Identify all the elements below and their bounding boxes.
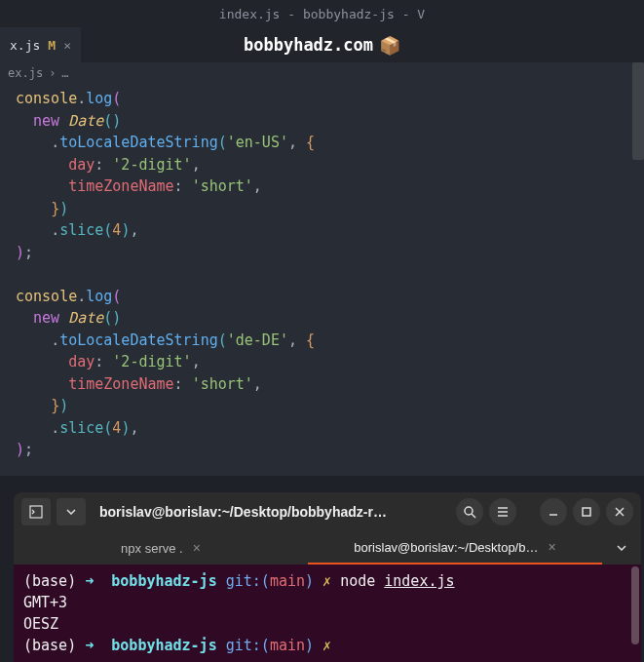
svg-rect-0	[30, 506, 42, 518]
window-title-bar: index.js - bobbyhadz-js - V	[0, 0, 644, 27]
close-icon[interactable]: ×	[63, 38, 71, 53]
new-tab-button[interactable]	[21, 498, 51, 526]
terminal-tab[interactable]: borislav@borislav:~/Desktop/b… ×	[308, 531, 602, 565]
tab-filename: x.js	[10, 38, 40, 53]
menu-button[interactable]	[489, 498, 516, 526]
watermark-text: bobbyhadz.com	[244, 35, 373, 55]
terminal-window: borislav@borislav:~/Desktop/bobbyhadz-r……	[14, 492, 641, 662]
dropdown-button[interactable]	[57, 498, 86, 526]
breadcrumb-file: ex.js	[8, 66, 43, 80]
terminal-header: borislav@borislav:~/Desktop/bobbyhadz-r…	[14, 492, 641, 531]
close-icon[interactable]: ×	[548, 539, 555, 555]
editor-tab[interactable]: x.js M ×	[0, 27, 81, 62]
editor-scrollbar[interactable]	[632, 62, 644, 160]
svg-rect-7	[583, 508, 590, 516]
terminal-icon	[29, 505, 43, 519]
editor-tabs-row: x.js M × bobbyhadz.com 📦	[0, 27, 644, 62]
svg-point-1	[465, 507, 473, 515]
svg-line-2	[472, 514, 475, 518]
hamburger-icon	[496, 505, 510, 519]
tab-modified-indicator: M	[48, 38, 56, 53]
close-button[interactable]	[606, 498, 633, 526]
terminal-body[interactable]: (base) ➜ bobbyhadz-js git:(main) ✗ node …	[14, 565, 641, 662]
terminal-title: borislav@borislav:~/Desktop/bobbyhadz-r…	[92, 504, 450, 520]
breadcrumb-more: …	[61, 66, 68, 80]
terminal-tab-label: borislav@borislav:~/Desktop/b…	[354, 540, 538, 555]
search-icon	[463, 505, 476, 519]
chevron-down-icon	[617, 545, 626, 551]
close-icon	[614, 506, 625, 518]
code-editor[interactable]: console.log( new Date() .toLocaleDateStr…	[0, 84, 644, 476]
window-title: index.js - bobbyhadz-js - V	[219, 7, 425, 21]
watermark: bobbyhadz.com 📦	[244, 35, 400, 56]
package-icon: 📦	[379, 35, 400, 56]
terminal-scrollbar[interactable]	[631, 566, 639, 644]
close-icon[interactable]: ×	[193, 540, 201, 556]
breadcrumb[interactable]: ex.js › …	[0, 62, 644, 84]
chevron-down-icon	[66, 509, 76, 515]
minimize-icon	[548, 506, 559, 518]
terminal-tabs: npx serve . × borislav@borislav:~/Deskto…	[14, 531, 641, 565]
minimize-button[interactable]	[540, 498, 567, 526]
maximize-icon	[581, 506, 592, 518]
terminal-tab-dropdown[interactable]	[602, 531, 641, 565]
maximize-button[interactable]	[573, 498, 600, 526]
search-button[interactable]	[456, 498, 483, 526]
terminal-tab-label: npx serve .	[121, 541, 183, 556]
chevron-right-icon: ›	[49, 66, 56, 80]
terminal-tab[interactable]: npx serve . ×	[14, 531, 308, 565]
